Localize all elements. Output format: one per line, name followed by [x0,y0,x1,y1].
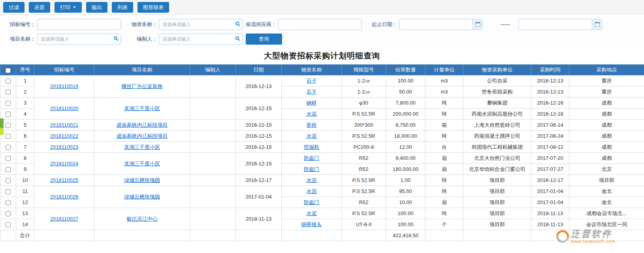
list-view-button[interactable]: 列表 [112,2,133,13]
project-link[interactable]: 龙湖三千里小区 [124,144,160,150]
qty-cell: 100.00 [386,208,426,219]
bid-no-link[interactable]: 2018110025 [50,177,78,183]
row-checkbox[interactable] [6,145,11,150]
column-header-seq: 序号 [16,65,34,75]
project-link[interactable]: 螺丝厂办公室装饰 [122,83,163,89]
edge-widget[interactable] [0,118,4,135]
purchase-time-cell: 2017-06-14 [531,120,569,131]
query-button[interactable]: 查询 [246,34,282,45]
bid-no-link[interactable]: 2018110022 [50,133,78,139]
select-all-checkbox[interactable] [6,68,11,73]
bid-no-link[interactable]: 2018110020 [50,105,78,111]
material-link[interactable]: 挖掘机 [304,144,319,150]
calendar-icon[interactable] [473,19,482,30]
start-date-input[interactable] [399,19,483,30]
place-cell: 成都 [569,120,644,131]
project-link[interactable]: 绿城云栖玫瑰园 [124,194,160,200]
column-header-bid-no: 招标编号 [34,65,94,75]
compiler-cell [190,75,236,97]
place-cell: 重庆 [569,75,644,86]
place-cell: 成都会议市场北... [569,208,644,219]
row-checkbox[interactable] [6,112,11,117]
material-link[interactable]: 水泥 [307,188,317,194]
candidate-supplier-label: 候选供应商： [239,19,277,30]
table-row: 112018110026绿城云栖玫瑰园2017-01-04水泥P.S 52.5R… [0,186,644,197]
table-row: 52018110021成渝高铁内江标段项目2016-12-15瓷砖200*300… [0,120,644,131]
material-link[interactable]: 防盗门 [304,166,319,172]
row-checkbox[interactable] [6,101,11,106]
row-checkbox[interactable] [6,90,11,95]
row-checkbox[interactable] [6,167,11,172]
search-icon[interactable] [114,36,117,40]
edge-widget-top [0,118,4,128]
row-checkbox[interactable] [6,134,11,139]
purchase-time-cell: 2017-08-12 [531,142,569,153]
project-name-input[interactable] [37,34,121,45]
row-checkbox[interactable] [6,222,11,227]
bid-no-link[interactable]: 2018110021 [50,122,78,128]
graph-report-button[interactable]: 图形报表 [137,2,169,13]
project-link[interactable]: 成渝高铁内江标段项目 [117,133,168,139]
search-icon[interactable] [235,36,239,40]
purchase-time-cell: 2017-01-04 [531,197,569,208]
candidate-supplier-input[interactable] [278,19,362,30]
date-cell: 2018-11-13 [236,208,282,230]
project-link[interactable]: 龙湖三千里小区 [124,105,160,111]
print-button[interactable]: 打印 ▼ [55,2,82,13]
bid-no-input[interactable] [37,19,121,30]
bid-no-link[interactable]: 2018110023 [50,144,78,150]
qty-cell: 100.00 [386,75,426,86]
row-seq: 14 [16,219,34,230]
project-link[interactable]: 绿城云栖玫瑰园 [124,177,160,183]
material-link[interactable]: 防盗门 [304,199,319,205]
material-link[interactable]: 石子 [307,78,317,84]
material-link[interactable]: 水泥 [307,177,317,183]
restore-button[interactable]: 还原 [29,2,50,13]
bid-no-link[interactable]: 2018110027 [50,216,78,222]
qty-cell: 7,800.00 [386,97,426,109]
filter-button[interactable]: 过滤 [3,2,24,13]
material-link[interactable]: 石子 [307,89,317,95]
spec-cell: R52 [342,164,386,175]
bid-no-link[interactable]: 2018110026 [50,194,78,200]
material-link[interactable]: 瓷砖 [307,122,317,128]
material-link[interactable]: 水泥 [307,210,317,216]
row-checkbox[interactable] [6,156,11,161]
fanpu-watermark: 泛普软件 www.fanpusoft.com [556,229,615,244]
row-checkbox[interactable] [6,200,11,205]
project-link[interactable]: 成渝高铁内江标段项目 [117,122,168,128]
project-link[interactable]: 龙湖三千里小区 [124,161,160,167]
date-cell: 2016-12-13 [236,75,282,97]
material-link[interactable]: 防盗门 [304,155,319,161]
material-name-input[interactable] [159,19,243,30]
calendar-icon[interactable] [592,19,602,30]
purchase-time-cell: 2017-07-27 [531,164,569,175]
row-seq: 7 [16,142,34,153]
row-checkbox[interactable] [6,211,11,216]
material-link[interactable]: 水泥 [307,133,317,139]
row-checkbox[interactable] [6,123,11,128]
place-cell: 成都 [569,131,644,142]
bid-no-link[interactable]: 2018110019 [50,83,78,89]
purchase-time-cell: 2017-07-20 [531,153,569,164]
export-button[interactable]: 输出 [86,2,107,13]
material-link[interactable]: 钢材 [307,100,317,106]
bid-no-link[interactable]: 2018110024 [50,161,78,167]
row-checkbox[interactable] [6,178,11,183]
material-link[interactable]: 铜带接头 [301,221,322,227]
results-table: 序号招标编号项目名称编制人日期物资名称规格型号估算数量计量单位物资采购单位采购时… [0,64,644,241]
purchase-time-cell: 2016-12-16 [531,97,569,109]
spec-cell: P.S 52.5R [342,109,386,120]
table-row: 72018110023龙湖三千里小区2016-12-15挖掘机PC200-812… [0,142,644,153]
compiler-input[interactable] [159,34,243,45]
date-range-separator: —— [493,19,517,30]
row-checkbox[interactable] [6,79,11,84]
row-checkbox[interactable] [6,189,11,194]
project-link[interactable]: 银亿滨江中心 [127,216,158,222]
column-header-place: 采购地点 [569,65,644,75]
date-cell: 2016-12-15 [236,142,282,153]
column-header-material: 物资名称 [282,65,342,75]
end-date-input[interactable] [518,19,602,30]
material-link[interactable]: 水泥 [307,111,317,117]
qty-cell: 1.00 [386,175,426,186]
